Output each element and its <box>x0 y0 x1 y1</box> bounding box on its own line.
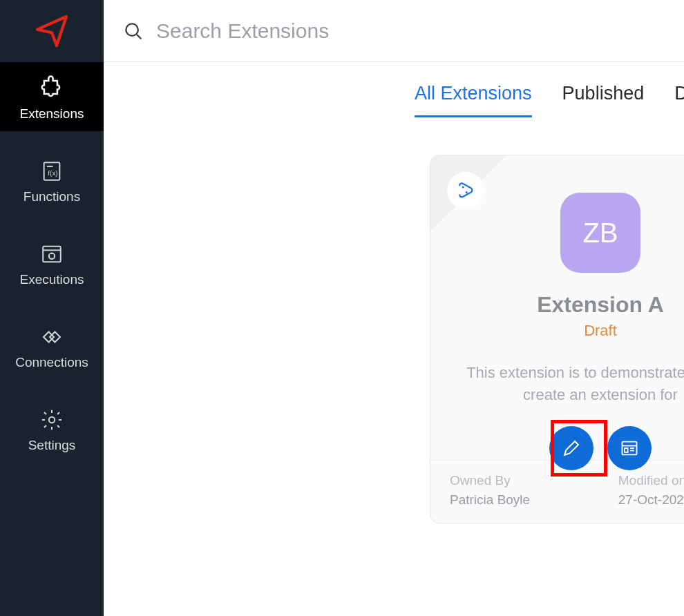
svg-point-6 <box>49 417 55 423</box>
function-icon: f(x) <box>38 157 66 185</box>
details-button[interactable] <box>607 426 652 470</box>
executions-icon <box>38 240 66 268</box>
sidebar-item-label: Extensions <box>20 106 84 122</box>
extension-title: Extension A <box>430 292 684 318</box>
owned-by-label: Owned By <box>450 473 530 488</box>
puzzle-icon <box>38 75 66 102</box>
sidebar: Extensions f(x) Functions Executions <box>0 0 104 616</box>
modified-on-value: 27-Oct-2022 12:01 PM <box>618 492 684 508</box>
sidebar-item-extensions[interactable]: Extensions <box>0 62 104 131</box>
sidebar-item-connections[interactable]: Connections <box>0 311 104 380</box>
tabs: All Extensions Published Draft <box>415 62 684 117</box>
edit-button[interactable] <box>549 426 593 470</box>
extension-actions <box>430 426 684 470</box>
extension-description: This extension is to demonstrate how to … <box>451 362 684 406</box>
svg-point-10 <box>466 191 468 193</box>
sidebar-item-functions[interactable]: f(x) Functions <box>0 145 104 214</box>
svg-text:f(x): f(x) <box>48 169 57 177</box>
modified-on-label: Modified on <box>618 473 684 488</box>
sidebar-item-label: Executions <box>20 272 84 287</box>
extension-status: Draft <box>430 322 684 340</box>
sidebar-item-settings[interactable]: Settings <box>0 394 104 463</box>
owned-by-value: Patricia Boyle <box>450 492 530 508</box>
main-content: All Extensions Published Draft ZB Extens… <box>104 0 684 616</box>
sidebar-item-label: Connections <box>15 355 88 370</box>
extension-card[interactable]: ZB Extension A Draft This extension is t… <box>430 155 684 523</box>
pencil-icon <box>561 438 582 459</box>
sidebar-item-label: Functions <box>23 189 80 204</box>
tab-published[interactable]: Published <box>562 83 645 117</box>
extension-avatar: ZB <box>560 193 640 273</box>
svg-rect-13 <box>625 448 628 452</box>
tab-all-extensions[interactable]: All Extensions <box>415 83 532 117</box>
app-logo <box>0 0 104 62</box>
extension-type-icon <box>447 172 484 209</box>
topbar <box>104 0 684 62</box>
svg-line-8 <box>137 35 141 39</box>
gear-icon <box>38 406 66 434</box>
svg-point-9 <box>462 186 464 189</box>
search-input[interactable] <box>156 19 684 43</box>
details-icon <box>620 439 639 458</box>
tab-draft[interactable]: Draft <box>674 83 684 117</box>
svg-point-7 <box>126 23 138 36</box>
sidebar-item-label: Settings <box>28 438 76 453</box>
connections-icon <box>38 323 66 351</box>
sidebar-item-executions[interactable]: Executions <box>0 228 104 297</box>
arrow-logo-icon <box>32 12 71 50</box>
search-icon <box>123 21 144 41</box>
